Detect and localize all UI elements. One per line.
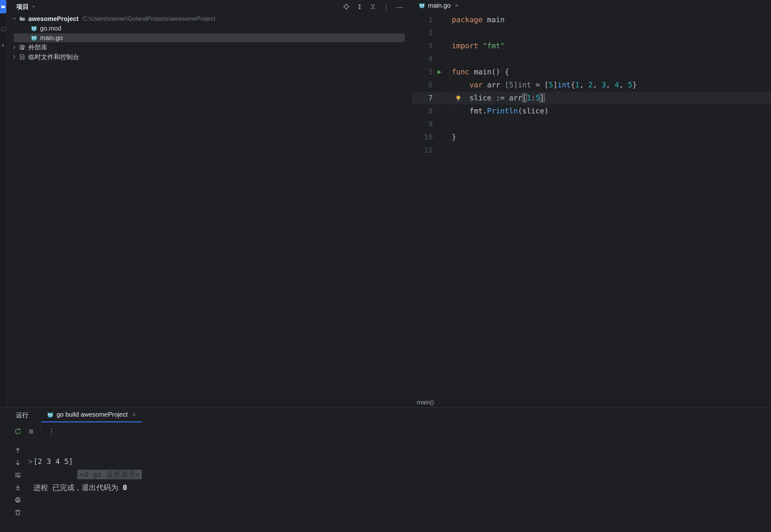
rerun-icon [14,428,22,435]
gutter[interactable] [433,144,450,157]
code-text[interactable] [450,144,771,157]
soft-wrap-button[interactable] [14,471,22,479]
code-text[interactable]: import "fmt" [450,39,771,52]
prev-occurrence-button[interactable] [14,447,22,454]
code-line-2[interactable]: 2 [412,26,771,39]
run-console[interactable]: > <4 go 设置调用> [2 3 4 5] 进程 已完成，退出代码为 0 [27,441,771,494]
line-number[interactable]: 1 [412,13,433,26]
chevron-right-icon[interactable] [12,54,17,59]
code-text[interactable]: } [450,131,771,144]
scroll-to-end-button[interactable] [14,484,22,491]
run-tab-go-build[interactable]: go build awesomeProject × [41,408,142,422]
tree-row-external-libraries[interactable]: 外部库 [7,43,411,52]
line-number[interactable]: 5 [412,65,433,78]
file-label[interactable]: main.go [40,34,63,42]
code-line-7[interactable]: 7 slice := arr[1:5] [412,92,771,105]
chevron-right-icon[interactable] [12,45,17,50]
gutter[interactable] [433,26,450,39]
code-text[interactable]: var arr [5]int = [5]int{1, 2, 3, 4, 5} [450,78,771,92]
expand-all-button[interactable] [356,3,363,10]
node-label[interactable]: 临时文件和控制台 [28,53,79,61]
code-line-8[interactable]: 8 fmt.Println(slice) [412,105,771,118]
gutter[interactable] [433,65,450,78]
breadcrumb[interactable]: main() [417,399,434,406]
scratches-icon [19,54,25,60]
code-line-11[interactable]: 11 [412,144,771,157]
line-number[interactable]: 6 [412,78,433,92]
code-text[interactable]: slice := arr[1:5] [450,92,771,105]
gutter[interactable] [433,118,450,131]
chevron-down-icon[interactable] [31,4,36,9]
line-number[interactable]: 7 [412,92,433,105]
project-root-name[interactable]: awesomeProject [28,15,78,23]
node-label[interactable]: 外部库 [28,43,47,52]
gutter[interactable] [433,78,450,92]
project-panel-title[interactable]: 项目 [16,3,29,11]
code-text[interactable]: package main [450,13,771,26]
gutter[interactable] [433,52,450,65]
line-number[interactable]: 2 [412,26,433,39]
chevron-down-icon[interactable] [12,16,17,21]
go-file-icon [47,412,53,418]
more-options-button[interactable]: ⋮ [382,3,390,10]
close-icon[interactable]: × [132,411,136,419]
run-icon[interactable] [436,69,442,75]
stripe-dot-icon[interactable] [2,44,4,46]
file-label[interactable]: go.mod [40,25,61,32]
editor-tab-label[interactable]: main.go [428,2,451,9]
gutter[interactable] [433,131,450,144]
code-line-4[interactable]: 4 [412,52,771,65]
collapse-all-button[interactable] [369,3,377,10]
code-line-9[interactable]: 9 [412,118,771,131]
line-number[interactable]: 10 [412,131,433,144]
tree-row-maingo[interactable]: main.go [7,33,411,43]
run-tool-label[interactable]: 运行 [16,411,29,419]
code-text[interactable]: func main() { [450,65,771,78]
code-editor[interactable]: 1package main23import "fmt"45func main()… [412,11,771,397]
editor-tab-bar: main.go × [412,0,771,11]
code-text[interactable] [450,52,771,65]
intention-bulb-icon[interactable] [455,94,462,102]
locate-icon [343,3,350,10]
go-file-icon [31,35,37,41]
gutter[interactable] [433,39,450,52]
console-blank-line [27,468,771,481]
run-toolbar: ⋮ [0,422,771,441]
code-text[interactable]: fmt.Println(slice) [450,105,771,118]
line-number[interactable]: 8 [412,105,433,118]
gutter[interactable] [433,92,450,105]
line-number[interactable]: 3 [412,39,433,52]
code-text[interactable] [450,118,771,131]
code-line-6[interactable]: 6 var arr [5]int = [5]int{1, 2, 3, 4, 5} [412,78,771,92]
project-tree: awesomeProject C:\Users\meowr\GolandProj… [7,13,411,62]
gutter[interactable] [433,105,450,118]
code-line-1[interactable]: 1package main [412,13,771,26]
stripe-tool-icon[interactable] [1,27,5,31]
print-button[interactable] [14,496,22,504]
scroll-to-end-icon [14,484,21,491]
line-number[interactable]: 11 [412,144,433,157]
gutter[interactable] [433,13,450,26]
project-stripe-button[interactable] [0,0,6,13]
more-options-button[interactable]: ⋮ [47,427,56,436]
code-text[interactable] [450,26,771,39]
editor-tab-maingo[interactable]: main.go × [415,0,462,11]
run-tab-label[interactable]: go build awesomeProject [57,411,127,418]
code-line-3[interactable]: 3import "fmt" [412,39,771,52]
tree-row-scratches[interactable]: 临时文件和控制台 [7,52,411,62]
next-occurrence-button[interactable] [14,459,22,467]
line-number[interactable]: 9 [412,118,433,131]
stop-button[interactable] [27,428,35,435]
line-number[interactable]: 4 [412,52,433,65]
tree-row-root[interactable]: awesomeProject C:\Users\meowr\GolandProj… [7,14,411,24]
locate-file-button[interactable] [342,3,350,10]
hide-panel-button[interactable]: — [396,3,404,10]
clear-console-button[interactable] [14,508,22,516]
code-line-10[interactable]: 10} [412,131,771,144]
console-zone: > <4 go 设置调用> [2 3 4 5] 进程 已完成，退出代码为 0 [0,441,771,532]
close-icon[interactable]: × [455,2,459,9]
tree-row-gomod[interactable]: go.mod [7,24,411,33]
rerun-button[interactable] [14,428,22,435]
project-panel-header: 项目 ⋮ — [7,0,411,13]
code-line-5[interactable]: 5func main() { [412,65,771,78]
